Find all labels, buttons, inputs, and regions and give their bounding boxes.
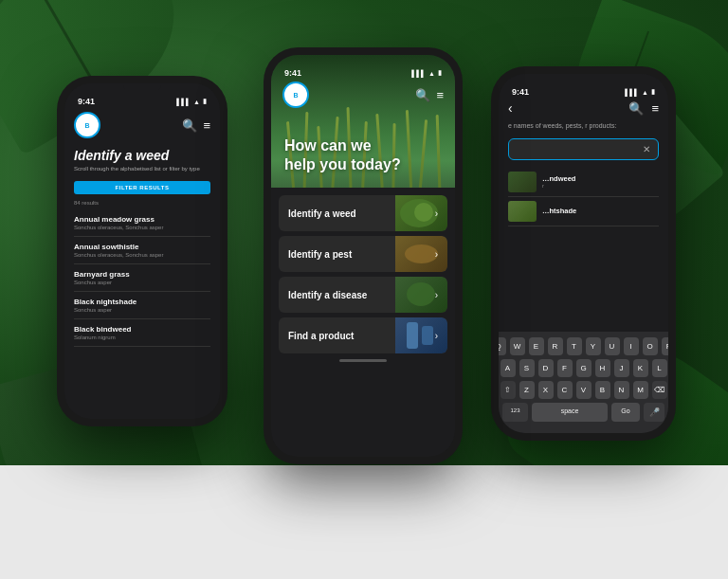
weed-list: Annual meadow grass Sonchus oleraceus, S… — [64, 209, 220, 347]
key-n[interactable]: N — [614, 381, 629, 399]
wifi-icon: ▲ — [642, 89, 648, 96]
phone-center: 9:41 ▌▌▌ ▲ ▮ B 🔍 ≡ — [264, 47, 463, 464]
menu-icon[interactable]: ≡ — [203, 118, 210, 133]
key-o[interactable]: O — [643, 337, 658, 355]
signal-icon: ▌▌▌ — [176, 99, 191, 105]
hero-image: 9:41 ▌▌▌ ▲ ▮ B 🔍 ≡ — [271, 55, 455, 188]
key-s[interactable]: S — [519, 359, 535, 377]
page-subtitle-left: Scroll through the alphabetised list or … — [64, 166, 220, 177]
weed-latin: Sonchus oleraceus, Sonchus asper — [74, 225, 210, 230]
status-icons-right: ▌▌▌ ▲ ▮ — [625, 88, 655, 96]
list-item[interactable]: Annual meadow grass Sonchus oleraceus, S… — [74, 209, 210, 237]
notch-area — [64, 83, 220, 93]
bayer-logo: B — [74, 112, 100, 138]
menu-icon[interactable]: ≡ — [651, 101, 659, 116]
menu-icon[interactable]: ≡ — [436, 88, 444, 102]
key-j[interactable]: J — [614, 359, 629, 377]
result-text: …htshade — [542, 207, 659, 215]
center-header-icons: 🔍 ≡ — [415, 88, 444, 102]
key-l[interactable]: L — [652, 359, 667, 377]
status-bar-right: 9:41 ▌▌▌ ▲ ▮ — [499, 83, 668, 99]
result-thumbnail — [508, 172, 537, 192]
left-app-header: B 🔍 ≡ — [64, 108, 220, 144]
result-type: r — [542, 183, 659, 189]
search-icon[interactable]: 🔍 — [415, 88, 430, 102]
key-e[interactable]: E — [529, 337, 544, 355]
search-results: …ndweed r …htshade — [499, 166, 668, 228]
keyboard-row-2: A S D F G H J K L — [502, 359, 664, 377]
key-f[interactable]: F — [557, 359, 573, 377]
clear-icon[interactable]: ✕ — [643, 144, 650, 154]
menu-item-product[interactable]: Find a product › — [279, 317, 447, 353]
key-y[interactable]: Y — [586, 337, 601, 355]
key-numbers[interactable]: 123 — [502, 403, 528, 422]
key-microphone[interactable]: 🎤 — [644, 403, 664, 422]
filter-button[interactable]: FILTER RESULTS — [74, 181, 210, 194]
result-text: …ndweed r — [542, 174, 659, 189]
key-backspace[interactable]: ⌫ — [652, 381, 667, 399]
chevron-icon: › — [435, 331, 438, 341]
weed-name: Annual sowthistle — [74, 243, 210, 251]
list-item[interactable]: Black nightshade Sonchus asper — [74, 292, 210, 319]
results-count: 84 results — [64, 198, 220, 209]
bayer-logo-center: B — [282, 81, 309, 108]
key-go[interactable]: Go — [611, 403, 640, 422]
chevron-icon: › — [435, 249, 438, 260]
key-m[interactable]: M — [633, 381, 648, 399]
search-icon[interactable]: 🔍 — [628, 101, 644, 116]
key-q[interactable]: Q — [499, 337, 506, 355]
key-t[interactable]: T — [567, 337, 582, 355]
key-c[interactable]: C — [557, 381, 573, 399]
list-item[interactable]: Black bindweed Solanum nigrum — [74, 319, 210, 347]
list-item[interactable]: Barnyard grass Sonchus asper — [74, 264, 210, 292]
weed-name: Black nightshade — [74, 298, 210, 306]
phone-right-screen: 9:41 ▌▌▌ ▲ ▮ ‹ 🔍 ≡ e names of weeds, pes… — [499, 74, 668, 433]
weed-latin: Sonchus asper — [74, 280, 210, 285]
weed-thumbnail — [395, 195, 447, 231]
key-r[interactable]: R — [548, 337, 563, 355]
key-u[interactable]: U — [605, 337, 620, 355]
pest-thumbnail — [395, 236, 447, 272]
notch — [123, 85, 161, 91]
menu-item-pest[interactable]: Identify a pest › — [279, 236, 447, 272]
key-v[interactable]: V — [576, 381, 592, 399]
key-w[interactable]: W — [510, 337, 525, 355]
menu-label: Identify a weed — [288, 208, 356, 219]
key-z[interactable]: Z — [519, 381, 535, 399]
key-k[interactable]: K — [633, 359, 648, 377]
key-p[interactable]: P — [662, 337, 669, 355]
weed-name: Annual meadow grass — [74, 215, 210, 224]
weed-latin: Solanum nigrum — [74, 335, 210, 340]
menu-label: Identify a disease — [288, 290, 367, 300]
chevron-icon: › — [435, 208, 438, 219]
key-a[interactable]: A — [500, 359, 516, 377]
notch-spacer — [499, 74, 668, 83]
phone-left-screen: 9:41 ▌▌▌ ▲ ▮ B 🔍 ≡ Identify a weed Scrol… — [64, 83, 220, 419]
search-result-item[interactable]: …htshade — [508, 197, 659, 226]
search-result-item[interactable]: …ndweed r — [508, 168, 659, 197]
battery-icon: ▮ — [651, 88, 655, 96]
key-b[interactable]: B — [595, 381, 610, 399]
time-right: 9:41 — [512, 87, 529, 97]
key-h[interactable]: H — [595, 359, 610, 377]
result-name: …htshade — [542, 207, 659, 215]
key-i[interactable]: I — [624, 337, 639, 355]
key-g[interactable]: G — [576, 359, 592, 377]
key-x[interactable]: X — [538, 381, 554, 399]
search-icon[interactable]: 🔍 — [182, 118, 197, 133]
key-space[interactable]: space — [532, 403, 608, 422]
keyboard-row-4: 123 space Go 🎤 — [502, 403, 664, 422]
key-d[interactable]: D — [538, 359, 554, 377]
menu-item-weed[interactable]: Identify a weed › — [279, 195, 447, 231]
menu-item-disease[interactable]: Identify a disease › — [279, 277, 447, 313]
back-arrow-icon[interactable]: ‹ — [508, 100, 513, 116]
menu-items-list: Identify a weed › Identify a pest › Iden… — [271, 188, 455, 353]
keyboard: Q W E R T Y U I O P A S D F G — [499, 332, 668, 433]
list-item[interactable]: Annual sowthistle Sonchus oleraceus, Son… — [74, 237, 210, 264]
keyboard-row-3: ⇧ Z X C V B N M ⌫ — [502, 381, 664, 399]
search-bar[interactable]: ✕ — [508, 138, 659, 160]
phones-container: 9:41 ▌▌▌ ▲ ▮ B 🔍 ≡ Identify a weed Scrol… — [0, 0, 728, 579]
weed-latin: Sonchus oleraceus, Sonchus asper — [74, 252, 210, 258]
key-shift[interactable]: ⇧ — [500, 381, 516, 399]
status-bar-left: 9:41 ▌▌▌ ▲ ▮ — [64, 93, 220, 108]
